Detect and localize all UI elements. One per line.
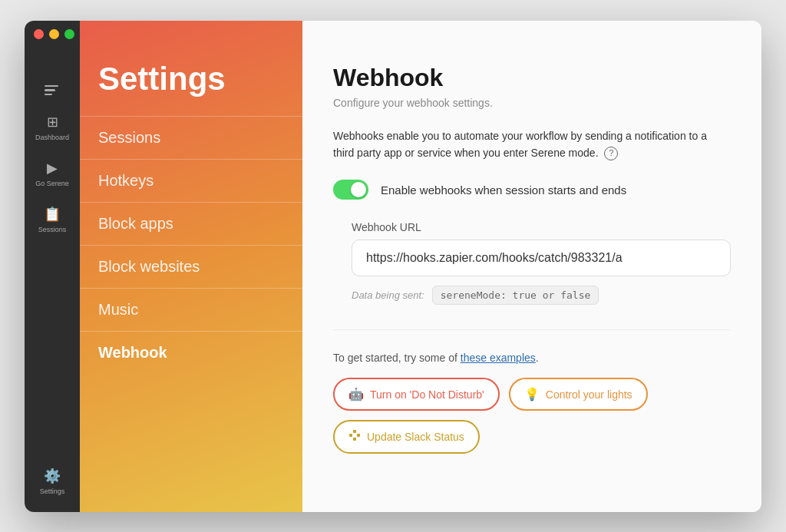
- play-icon: ▶: [47, 160, 58, 177]
- svg-rect-1: [353, 430, 356, 433]
- example-btn-dnd[interactable]: 🤖 Turn on 'Do Not Disturb': [333, 378, 500, 411]
- sessions-icon: 📋: [44, 206, 61, 223]
- example-btn-lights[interactable]: 💡 Control your lights: [509, 378, 648, 411]
- webhook-url-label: Webhook URL: [352, 221, 731, 233]
- nav-item-block-websites[interactable]: Block websites: [80, 245, 302, 288]
- help-icon[interactable]: ?: [604, 147, 618, 160]
- app-window: ⊞ Dashboard ▶ Go Serene 📋 Sessions ⚙️ Se…: [25, 21, 761, 512]
- sidebar: ⊞ Dashboard ▶ Go Serene 📋 Sessions ⚙️ Se…: [25, 21, 80, 512]
- close-button[interactable]: [34, 29, 44, 39]
- nav-item-webhook[interactable]: Webhook: [80, 331, 302, 374]
- sidebar-item-menu[interactable]: [25, 48, 80, 104]
- page-subtitle: Configure your webhook settings.: [333, 97, 731, 109]
- minimize-button[interactable]: [49, 29, 59, 39]
- toggle-label: Enable webhooks when session starts and …: [381, 183, 626, 197]
- maximize-button[interactable]: [64, 29, 74, 39]
- webhook-url-input[interactable]: [352, 240, 731, 276]
- sidebar-item-sessions[interactable]: 📋 Sessions: [25, 195, 80, 241]
- examples-link[interactable]: these examples: [461, 352, 536, 364]
- sidebar-item-label: Settings: [40, 487, 65, 495]
- nav-item-block-apps[interactable]: Block apps: [80, 202, 302, 245]
- nav-item-hotkeys[interactable]: Hotkeys: [80, 159, 302, 202]
- data-sent-label: Data being sent:: [352, 289, 424, 301]
- sidebar-item-label: Dashboard: [35, 134, 69, 141]
- example-btn-slack[interactable]: Update Slack Status: [333, 420, 480, 454]
- data-sent-row: Data being sent: sereneMode: true or fal…: [352, 286, 731, 305]
- sidebar-item-settings[interactable]: ⚙️ Settings: [25, 457, 80, 503]
- dashboard-icon: ⊞: [47, 114, 58, 131]
- nav-panel: Settings Sessions Hotkeys Block apps Blo…: [80, 21, 302, 512]
- svg-rect-0: [349, 434, 352, 437]
- nav-item-sessions[interactable]: Sessions: [80, 116, 302, 159]
- example-buttons: 🤖 Turn on 'Do Not Disturb' 💡 Control you…: [333, 378, 731, 454]
- toggle-row: Enable webhooks when session starts and …: [333, 180, 731, 200]
- description-text: Webhooks enable you to automate your wor…: [333, 127, 731, 162]
- svg-rect-2: [353, 438, 356, 441]
- examples-section: To get started, try some of these exampl…: [333, 329, 731, 454]
- settings-icon: ⚙️: [44, 468, 61, 484]
- bulb-icon: 💡: [524, 387, 540, 401]
- android-icon: 🤖: [348, 387, 364, 401]
- webhook-toggle[interactable]: [333, 180, 368, 200]
- settings-title: Settings: [80, 48, 302, 116]
- svg-rect-3: [357, 434, 360, 437]
- page-title: Webhook: [333, 64, 731, 92]
- sidebar-item-go-serene[interactable]: ▶ Go Serene: [25, 149, 80, 195]
- sidebar-item-label: Go Serene: [35, 180, 69, 187]
- main-content: Webhook Configure your webhook settings.…: [302, 21, 761, 512]
- titlebar: [25, 21, 761, 48]
- data-sent-code: sereneMode: true or false: [432, 286, 599, 305]
- sidebar-item-dashboard[interactable]: ⊞ Dashboard: [25, 103, 80, 149]
- examples-text: To get started, try some of these exampl…: [333, 352, 731, 364]
- sidebar-item-label: Sessions: [38, 226, 67, 233]
- menu-icon: [45, 85, 60, 96]
- webhook-url-section: Webhook URL Data being sent: sereneMode:…: [333, 221, 731, 305]
- nav-item-music[interactable]: Music: [80, 288, 302, 331]
- slack-icon: [348, 429, 361, 444]
